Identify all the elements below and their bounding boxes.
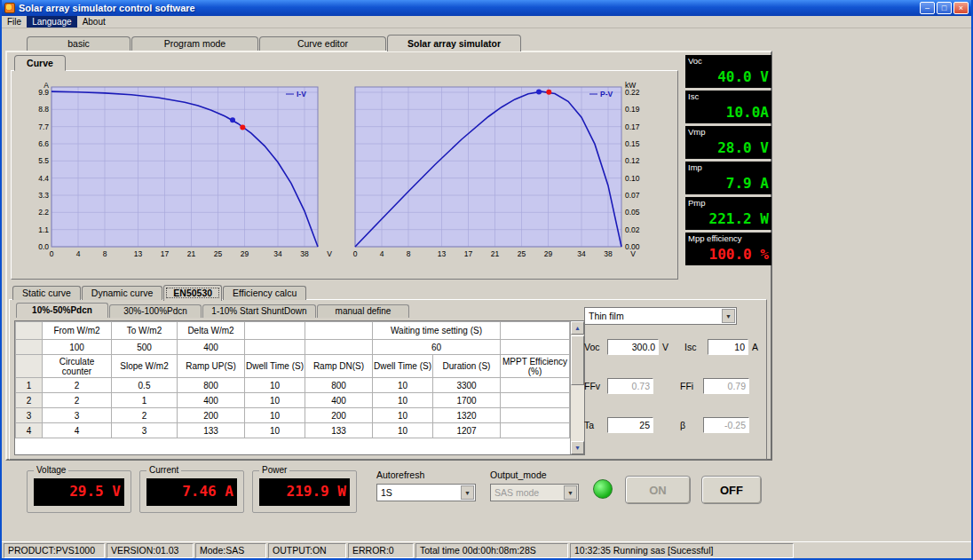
pre-value-cell[interactable] xyxy=(305,340,373,355)
subtab-1-10-start-shuntdown[interactable]: 1-10% Start ShuntDown xyxy=(202,304,316,318)
maximize-button[interactable]: □ xyxy=(937,2,952,14)
tab-curve-editor[interactable]: Curve editor xyxy=(259,36,386,51)
tab-en50530[interactable]: EN50530 xyxy=(163,285,222,301)
pre-value-cell[interactable] xyxy=(245,340,305,355)
voc-input[interactable] xyxy=(607,339,659,355)
dropdown-arrow-icon[interactable]: ▼ xyxy=(461,485,474,500)
ta-label: Ta xyxy=(584,420,607,430)
svg-text:34: 34 xyxy=(577,249,586,258)
table-cell[interactable]: 10 xyxy=(373,393,433,408)
table-cell[interactable]: 10 xyxy=(373,378,433,393)
menu-about[interactable]: About xyxy=(77,16,111,28)
table-cell[interactable]: 10 xyxy=(373,423,433,438)
status-error: ERROR:0 xyxy=(348,543,414,558)
pre-value-cell[interactable]: 400 xyxy=(178,340,245,355)
table-cell[interactable]: 800 xyxy=(305,378,373,393)
table-cell[interactable]: 1 xyxy=(112,393,178,408)
current-group: Current 7.46 A xyxy=(139,470,244,513)
minimize-button[interactable]: – xyxy=(920,2,935,14)
table-cell[interactable]: 2 xyxy=(43,393,112,408)
table-cell[interactable]: 10 xyxy=(245,393,305,408)
table-cell[interactable]: 10 xyxy=(245,408,305,423)
tab-basic[interactable]: basic xyxy=(27,36,131,51)
table-cell[interactable]: 3 xyxy=(43,408,112,423)
autorefresh-value: 1S xyxy=(381,487,459,498)
svg-text:A: A xyxy=(44,81,49,90)
subtab-manual-define[interactable]: manual define xyxy=(317,304,409,318)
beta-input xyxy=(703,417,749,433)
scroll-down-icon[interactable]: ▼ xyxy=(571,441,584,454)
table-scrollbar[interactable]: ▲ ▼ xyxy=(570,321,584,454)
app-icon xyxy=(4,3,15,13)
autorefresh-combo[interactable]: 1S ▼ xyxy=(376,484,476,501)
tab-efficiency-calcu[interactable]: Efficiency calcu xyxy=(223,286,306,300)
table-cell[interactable]: 133 xyxy=(305,423,373,438)
scrollbar-thumb[interactable] xyxy=(571,335,584,385)
tab-dynamic-curve[interactable]: Dynamic curve xyxy=(82,286,162,300)
table-cell[interactable] xyxy=(501,423,570,438)
table-cell[interactable]: 10 xyxy=(373,408,433,423)
pv-type-combo[interactable]: Thin film ▼ xyxy=(584,307,737,325)
pre-header-cell xyxy=(245,322,305,340)
menu-file[interactable]: File xyxy=(2,16,27,28)
off-button[interactable]: OFF xyxy=(701,476,762,504)
header-cell: Slope W/m2 xyxy=(112,355,178,378)
subtab-30-100-pdcn[interactable]: 30%-100%Pdcn xyxy=(109,304,202,318)
table-cell[interactable] xyxy=(501,393,570,408)
ta-input[interactable] xyxy=(607,417,653,433)
table-cell[interactable] xyxy=(501,408,570,423)
dropdown-arrow-icon[interactable]: ▼ xyxy=(722,309,735,323)
menu-language[interactable]: Language xyxy=(27,16,77,28)
table-cell[interactable]: 3300 xyxy=(433,378,501,393)
tab-static-curve[interactable]: Static curve xyxy=(12,286,81,300)
pre-value-cell[interactable]: 500 xyxy=(112,340,178,355)
table-cell[interactable]: 200 xyxy=(178,408,245,423)
svg-text:34: 34 xyxy=(273,249,282,258)
svg-text:0.17: 0.17 xyxy=(625,122,640,131)
isc-unit: A xyxy=(752,342,758,352)
table-cell[interactable]: 2 xyxy=(43,378,112,393)
table-cell[interactable]: 1700 xyxy=(433,393,501,408)
table-cell[interactable]: 800 xyxy=(178,378,245,393)
table-cell[interactable]: 10 xyxy=(245,378,305,393)
isc-input[interactable] xyxy=(708,339,748,355)
pre-header-cell: To W/m2 xyxy=(112,322,178,340)
svg-text:8: 8 xyxy=(407,249,411,258)
scroll-up-icon[interactable]: ▲ xyxy=(571,321,584,335)
table-cell[interactable]: 133 xyxy=(178,423,245,438)
tab-curve[interactable]: Curve xyxy=(14,55,66,71)
table-cell[interactable]: 3 xyxy=(112,423,178,438)
table-cell[interactable]: 10 xyxy=(245,423,305,438)
tab-solar-array-simulator[interactable]: Solar array simulator xyxy=(387,35,521,51)
ffv-input xyxy=(607,378,653,394)
subtab-10-50-pdcn[interactable]: 10%-50%Pdcn xyxy=(16,303,108,318)
header-cell: Ramp DN(S) xyxy=(305,355,373,378)
on-button[interactable]: ON xyxy=(625,476,691,504)
table-cell[interactable]: 1207 xyxy=(433,423,501,438)
svg-text:4.4: 4.4 xyxy=(38,174,49,183)
pre-header-cell: Waiting time setting (S) xyxy=(373,322,501,340)
table-cell[interactable]: 400 xyxy=(305,393,373,408)
table-cell[interactable]: 200 xyxy=(305,408,373,423)
svg-text:17: 17 xyxy=(464,249,473,258)
svg-text:0.0: 0.0 xyxy=(38,242,49,251)
title-bar[interactable]: Solar array simulator control software –… xyxy=(2,0,971,16)
table-cell[interactable]: 1320 xyxy=(433,408,501,423)
table-cell[interactable] xyxy=(501,378,570,393)
svg-text:21: 21 xyxy=(187,249,196,258)
pre-value-cell[interactable] xyxy=(501,340,570,355)
tab-program-mode[interactable]: Program mode xyxy=(131,36,258,51)
display-stack: Voc40.0 VIsc10.0AVmp28.0 VImp7.9 APmp221… xyxy=(685,55,771,265)
current-label: Current xyxy=(146,465,181,475)
table-cell[interactable]: 2 xyxy=(112,408,178,423)
table-cell[interactable]: 0.5 xyxy=(112,378,178,393)
svg-text:V: V xyxy=(327,249,332,258)
ffi-label: FFi xyxy=(680,381,703,391)
table-cell[interactable]: 4 xyxy=(43,423,112,438)
display-isc: Isc10.0A xyxy=(685,91,771,123)
output-mode-combo[interactable]: SAS mode ▼ xyxy=(490,484,579,501)
pre-value-cell[interactable]: 60 xyxy=(373,340,501,355)
pre-value-cell[interactable]: 100 xyxy=(43,340,112,355)
table-cell[interactable]: 400 xyxy=(178,393,245,408)
close-button[interactable]: × xyxy=(953,2,969,14)
